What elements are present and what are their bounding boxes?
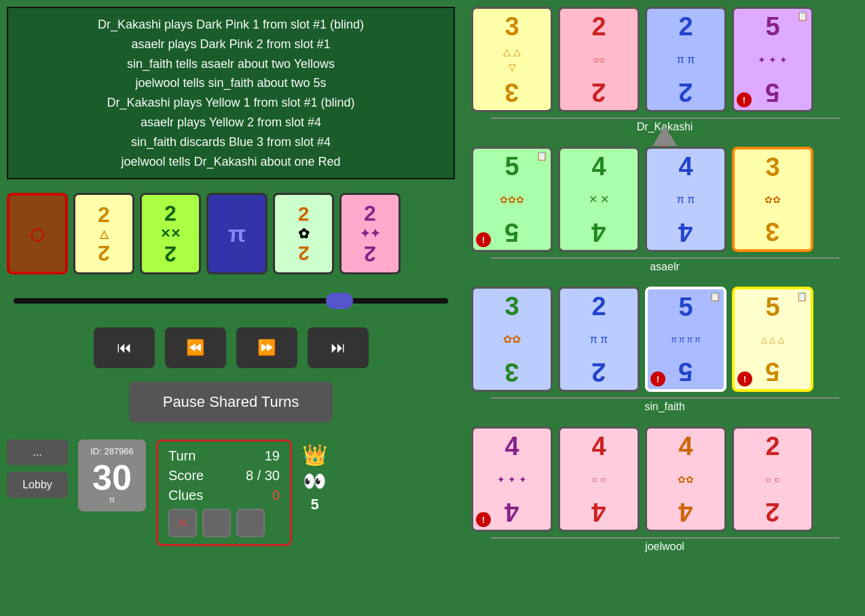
arrow-up-icon	[652, 126, 677, 146]
joelwool-card-0[interactable]: 4 ✦ ✦ ✦ 4 !	[471, 427, 553, 532]
score-value: 8 / 30	[246, 468, 280, 484]
joelwool-label: joelwool	[471, 541, 858, 553]
asaelr-label: asaelr	[471, 261, 858, 273]
dr-kakashi-card-2[interactable]: 2 π π 2	[645, 7, 726, 112]
dr-kakashi-section: 3 △ △ ▽ 3 2 ○○ 2 2 π π 2 📋 5 ✦ ✦ ✦	[464, 0, 865, 137]
token-3	[236, 509, 265, 537]
log-line-4: joelwool tells sin_faith about two 5s	[15, 73, 447, 93]
clues-label: Clues	[168, 488, 203, 503]
joelwool-row: 4 ✦ ✦ ✦ 4 ! 4 ○ ○ 4 4 ✿✿ 4 2 ○ ○ 2	[471, 423, 858, 535]
message-button[interactable]: ...	[7, 439, 68, 465]
warn-badge: !	[737, 372, 752, 386]
timer-id: ID: 287966	[88, 446, 136, 456]
side-icons: 👑 👀 5	[302, 443, 327, 513]
pause-shared-turns-button[interactable]: Pause Shared Turns	[129, 382, 333, 422]
game-log: Dr_Kakashi plays Dark Pink 1 from slot #…	[7, 7, 455, 179]
hand-card-5[interactable]: 2 ✦✦ 2	[339, 193, 401, 274]
hand-card-4[interactable]: 2 ✿ 2	[273, 193, 334, 274]
sin-faith-row: 3 ✿✿ 3 2 π π 2 📋 5 π π π π 5 ! 📋 5	[471, 283, 858, 395]
dr-kakashi-divider	[491, 117, 839, 119]
card-corner-icon: 📋	[796, 291, 807, 302]
asaelr-row: 📋 5 ✿✿✿ 5 ! 4 ✕ ✕ 4 4 π π 4 3 ✿✿	[471, 143, 858, 255]
joelwool-card-2[interactable]: 4 ✿✿ 4	[645, 427, 726, 532]
log-line-1: Dr_Kakashi plays Dark Pink 1 from slot #…	[15, 15, 447, 35]
asaelr-divider	[491, 257, 839, 259]
log-line-3: sin_faith tells asaelr about two Yellows	[15, 54, 447, 74]
lobby-button[interactable]: Lobby	[7, 472, 68, 498]
asaelr-card-1[interactable]: 4 ✕ ✕ 4	[558, 147, 640, 252]
bottom-info: ... Lobby ID: 287966 30 π Turn 19 Score …	[0, 429, 462, 556]
hand-card-2[interactable]: 2 ✕✕ 2	[140, 193, 201, 274]
player-hand: ○ 2 △ 2 2 ✕✕ 2 π 2 ✿ 2 2 ✦✦ 2	[0, 186, 462, 281]
sin-faith-label: sin_faith	[471, 401, 858, 413]
eye-icon: 👀	[303, 470, 327, 492]
asaelr-card-2[interactable]: 4 π π 4	[645, 147, 726, 252]
warn-badge: !	[737, 92, 752, 107]
side-number: 5	[310, 496, 318, 513]
joelwool-section: 4 ✦ ✦ ✦ 4 ! 4 ○ ○ 4 4 ✿✿ 4 2 ○ ○ 2	[464, 420, 865, 556]
score-label: Score	[168, 468, 204, 484]
warn-badge: !	[476, 232, 491, 247]
sin-faith-section: 3 ✿✿ 3 2 π π 2 📋 5 π π π π 5 ! 📋 5	[464, 280, 865, 416]
sin-faith-card-2[interactable]: 📋 5 π π π π 5 !	[645, 287, 726, 392]
card-corner-icon: 📋	[536, 151, 547, 161]
fast-forward-button[interactable]: ⏩	[236, 327, 297, 368]
joelwool-card-3[interactable]: 2 ○ ○ 2	[732, 427, 813, 532]
hand-card-3[interactable]: π	[206, 193, 268, 274]
log-line-6: asaelr plays Yellow 2 from slot #4	[15, 113, 447, 132]
log-line-7: sin_faith discards Blue 3 from slot #4	[15, 132, 447, 152]
crown-icon: 👑	[302, 443, 327, 467]
sin-faith-card-0[interactable]: 3 ✿✿ 3	[471, 287, 553, 392]
turn-label: Turn	[168, 448, 196, 464]
dr-kakashi-card-1[interactable]: 2 ○○ 2	[558, 7, 640, 112]
player-timer: ID: 287966 30 π	[78, 439, 146, 511]
joelwool-card-1[interactable]: 4 ○ ○ 4	[558, 427, 640, 532]
skip-back-button[interactable]: ⏮	[94, 327, 155, 368]
log-line-5: Dr_Kakashi plays Yellow 1 from slot #1 (…	[15, 93, 447, 113]
hand-card-0[interactable]: ○	[7, 193, 68, 274]
left-panel: Dr_Kakashi plays Dark Pink 1 from slot #…	[0, 0, 462, 616]
turn-value: 19	[265, 448, 280, 464]
dr-kakashi-row: 3 △ △ ▽ 3 2 ○○ 2 2 π π 2 📋 5 ✦ ✦ ✦	[471, 3, 858, 115]
timeline-track[interactable]	[14, 298, 448, 304]
clues-value: 0	[272, 488, 280, 503]
token-2	[202, 509, 231, 537]
hand-card-1[interactable]: 2 △ 2	[73, 193, 134, 274]
playback-controls: ⏮ ⏪ ⏩ ⏭	[0, 327, 462, 368]
warn-badge: !	[476, 512, 491, 527]
sin-faith-divider	[491, 397, 839, 399]
sin-faith-card-3[interactable]: 📋 5 △ △ △ 5 !	[732, 287, 813, 392]
asaelr-card-0[interactable]: 📋 5 ✿✿✿ 5 !	[471, 147, 553, 252]
timer-number: 30	[88, 460, 136, 495]
joelwool-divider	[491, 537, 839, 539]
dr-kakashi-card-0[interactable]: 3 △ △ ▽ 3	[471, 7, 553, 112]
log-line-2: asaelr plays Dark Pink 2 from slot #1	[15, 35, 447, 54]
turn-row: Turn 19	[168, 448, 280, 464]
score-row: Score 8 / 30	[168, 468, 280, 484]
dr-kakashi-card-3[interactable]: 📋 5 ✦ ✦ ✦ 5 !	[732, 7, 813, 112]
lobby-area: ... Lobby	[7, 439, 68, 498]
sin-faith-card-1[interactable]: 2 π π 2	[558, 287, 640, 392]
asaelr-card-3[interactable]: 3 ✿✿ 3	[732, 147, 813, 252]
timeline-area	[0, 288, 462, 314]
rewind-button[interactable]: ⏪	[165, 327, 226, 368]
timeline-thumb[interactable]	[326, 293, 353, 309]
token-1: ✕	[168, 509, 197, 537]
warn-badge: !	[650, 372, 665, 386]
card-corner-icon: 📋	[797, 11, 808, 21]
skip-forward-button[interactable]: ⏭	[308, 327, 369, 368]
game-info: Turn 19 Score 8 / 30 Clues 0 ✕	[156, 439, 292, 546]
life-tokens: ✕	[168, 509, 280, 537]
right-panel: 3 △ △ ▽ 3 2 ○○ 2 2 π π 2 📋 5 ✦ ✦ ✦	[464, 0, 865, 616]
asaelr-section: 📋 5 ✿✿✿ 5 ! 4 ✕ ✕ 4 4 π π 4 3 ✿✿	[464, 140, 865, 276]
card-corner-icon: 📋	[710, 291, 720, 302]
clues-row: Clues 0	[168, 488, 280, 503]
log-line-8: joelwool tells Dr_Kakashi about one Red	[15, 152, 447, 172]
